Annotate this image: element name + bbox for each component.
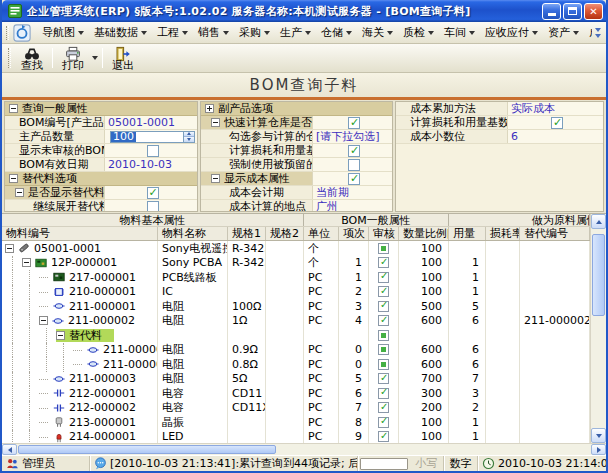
audit-checkbox[interactable]	[378, 417, 389, 428]
checkbox[interactable]	[147, 145, 159, 157]
menu-item-3[interactable]: 工程	[152, 23, 193, 42]
spin-down-icon[interactable]	[184, 137, 194, 142]
collapse-icon[interactable]	[211, 174, 220, 183]
audit-checkbox[interactable]	[378, 272, 389, 283]
menu-item-9[interactable]: 质检	[398, 23, 439, 42]
audit-checkbox[interactable]	[378, 257, 389, 268]
column-header-11[interactable]: 替代编号	[520, 227, 590, 240]
panel-group-header[interactable]: 副产品选项	[201, 102, 392, 116]
maximize-button[interactable]	[563, 3, 582, 20]
collapse-icon[interactable]	[211, 118, 220, 127]
collapse-icon[interactable]	[15, 188, 24, 197]
table-row[interactable]: 211-000003电阻5ΩPC57007	[2, 372, 590, 387]
table-row[interactable]: 211-000007电阻0.9ΩPC06006	[2, 343, 590, 358]
scroll-track[interactable]	[17, 444, 591, 455]
collapse-icon[interactable]	[56, 331, 65, 340]
checkbox[interactable]	[348, 159, 360, 171]
value-text[interactable]: 2010-10-03	[108, 158, 172, 171]
stepper-buttons[interactable]	[183, 132, 194, 142]
find-button[interactable]: 查找	[15, 45, 49, 71]
table-row[interactable]: 05001-0001Sony电视遥控器(JR-3423个100	[2, 241, 590, 256]
column-header-6[interactable]: 项次	[339, 227, 369, 240]
collapse-icon[interactable]	[22, 258, 31, 267]
scroll-thumb[interactable]	[18, 445, 276, 454]
toolbar-grip[interactable]	[8, 48, 11, 68]
table-row[interactable]: 212-000001电容CD11PC63003	[2, 386, 590, 401]
audit-checkbox[interactable]	[378, 402, 389, 413]
column-header-8[interactable]: 数量比例[...	[399, 227, 449, 240]
table-row[interactable]: 210-000001ICPC21001	[2, 285, 590, 300]
dropdown-value[interactable]: [请下拉勾选]	[316, 130, 380, 143]
menu-item-1[interactable]: 导航图	[37, 23, 89, 42]
menu-item-5[interactable]: 采购	[234, 23, 275, 42]
column-header-7[interactable]: 审核	[369, 227, 399, 240]
print-dropdown-button[interactable]	[90, 45, 99, 71]
column-header-5[interactable]: 单位	[304, 227, 339, 240]
audit-checkbox[interactable]	[378, 243, 389, 254]
table-row[interactable]: 214-000001LEDPC91001	[2, 430, 590, 444]
vertical-scrollbar[interactable]	[590, 214, 606, 443]
panel-group-header[interactable]: 查询一般属性	[5, 102, 197, 116]
navigation-icon[interactable]	[13, 24, 31, 42]
audit-checkbox[interactable]	[378, 330, 389, 341]
print-button[interactable]: 打印	[56, 45, 90, 71]
menu-item-7[interactable]: 仓储	[316, 23, 357, 42]
menu-item-10[interactable]: 车间	[439, 23, 480, 42]
value-text[interactable]: 实际成本	[511, 102, 555, 115]
table-row[interactable]: 213-000001晶振PC81001	[2, 415, 590, 430]
scroll-thumb[interactable]	[592, 234, 605, 316]
scroll-right-arrow[interactable]	[591, 444, 606, 455]
minimize-button[interactable]	[542, 3, 561, 20]
column-header-1[interactable]: 物料编号	[2, 227, 158, 240]
menu-item-12[interactable]: 资产	[543, 23, 584, 42]
expand-icon[interactable]	[205, 104, 214, 113]
value-text[interactable]: 05001-0001	[108, 116, 175, 129]
collapse-icon[interactable]	[39, 316, 48, 325]
checkbox[interactable]	[551, 117, 563, 129]
collapse-icon[interactable]	[9, 104, 18, 113]
close-button[interactable]: ✕	[584, 3, 603, 20]
value-text[interactable]: 广州	[316, 200, 338, 212]
value-text[interactable]: 当前期	[316, 186, 349, 199]
checkbox[interactable]	[348, 145, 360, 157]
audit-checkbox[interactable]	[378, 431, 389, 442]
menu-item-8[interactable]: 海关	[357, 23, 398, 42]
table-row[interactable]: 12P-000001Sony PCBAR-3423个11001	[2, 256, 590, 271]
column-header-9[interactable]: 用量	[449, 227, 486, 240]
table-row[interactable]: 212-000002电容CD11XPC72002	[2, 401, 590, 416]
audit-checkbox[interactable]	[378, 388, 389, 399]
menu-item-2[interactable]: 基础数据	[89, 23, 152, 42]
audit-checkbox[interactable]	[378, 373, 389, 384]
quantity-stepper[interactable]: 100	[110, 131, 195, 143]
audit-checkbox[interactable]	[378, 315, 389, 326]
menu-overflow-chevron[interactable]	[592, 24, 604, 42]
value-text[interactable]: 6	[511, 130, 518, 143]
menu-item-4[interactable]: 销售	[193, 23, 234, 42]
checkbox[interactable]	[147, 187, 159, 199]
checkbox[interactable]	[348, 117, 360, 129]
table-row[interactable]: 211-000001电阻100ΩPC35005	[2, 299, 590, 314]
exit-button[interactable]: 退出	[106, 45, 140, 71]
table-row[interactable]: 211-000008电阻0.8ΩPC06006	[2, 357, 590, 372]
column-header-2[interactable]: 物料名称	[158, 227, 228, 240]
table-row[interactable]: 替代料	[2, 328, 590, 343]
table-row[interactable]: 211-000002电阻1ΩPC46006211-000002	[2, 314, 590, 329]
horizontal-scrollbar[interactable]	[2, 443, 606, 455]
column-header-10[interactable]: 损耗率%	[486, 227, 520, 240]
audit-checkbox[interactable]	[378, 301, 389, 312]
table-row[interactable]: 217-000001PCB线路板PC11001	[2, 270, 590, 285]
column-header-4[interactable]: 规格2	[266, 227, 304, 240]
panel-group-header[interactable]: 替代料选项	[5, 172, 197, 186]
scroll-up-arrow[interactable]	[591, 214, 606, 229]
collapse-icon[interactable]	[9, 174, 18, 183]
audit-checkbox[interactable]	[378, 359, 389, 370]
scroll-track[interactable]	[591, 229, 606, 428]
toolbar-grip[interactable]	[6, 26, 9, 40]
audit-checkbox[interactable]	[378, 286, 389, 297]
collapse-icon[interactable]	[5, 244, 14, 253]
status-input[interactable]	[360, 458, 408, 470]
column-header-3[interactable]: 规格1	[228, 227, 266, 240]
checkbox[interactable]	[348, 173, 360, 185]
scroll-left-arrow[interactable]	[2, 444, 17, 455]
audit-checkbox[interactable]	[378, 344, 389, 355]
